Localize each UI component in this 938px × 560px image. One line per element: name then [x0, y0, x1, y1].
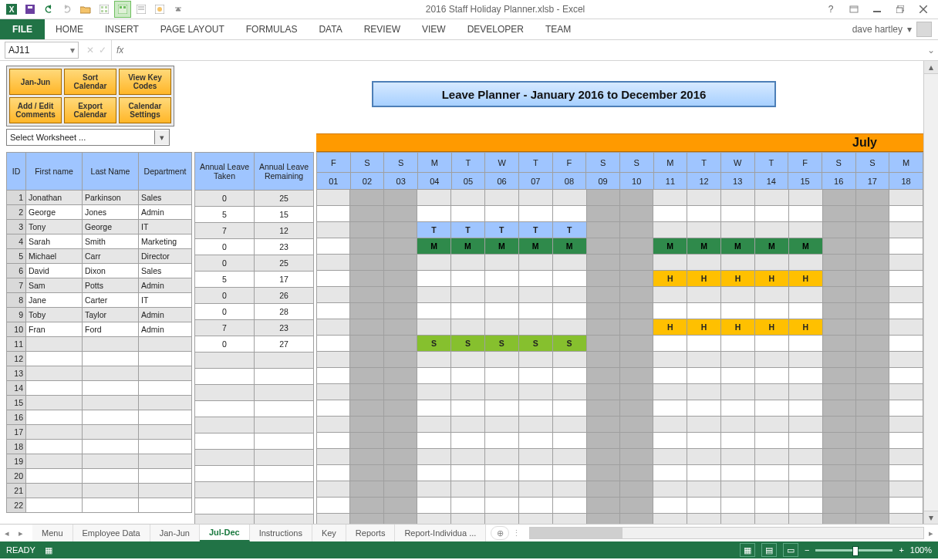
table-row[interactable]: 18	[7, 440, 192, 454]
schedule-cell[interactable]	[450, 400, 484, 417]
schedule-row[interactable]: HHHHH	[317, 319, 923, 336]
schedule-cell[interactable]	[856, 498, 889, 514]
schedule-cell[interactable]	[754, 222, 788, 238]
schedule-cell[interactable]	[889, 206, 923, 222]
schedule-cell[interactable]	[552, 465, 586, 481]
schedule-row[interactable]	[317, 465, 923, 481]
schedule-cell[interactable]	[350, 319, 383, 336]
schedule-cell[interactable]	[518, 417, 552, 433]
schedule-cell[interactable]	[889, 238, 923, 255]
table-row[interactable]: 515	[195, 207, 314, 223]
schedule-cell[interactable]	[350, 384, 383, 400]
schedule-cell[interactable]	[586, 238, 619, 255]
schedule-cell[interactable]	[788, 206, 822, 222]
schedule-row[interactable]	[317, 206, 923, 222]
schedule-cell[interactable]	[518, 287, 552, 303]
table-row[interactable]	[195, 450, 314, 466]
schedule-cell[interactable]	[552, 271, 586, 287]
schedule-cell[interactable]: S	[552, 336, 586, 352]
table-row[interactable]: 4SarahSmithMarketing	[7, 234, 192, 249]
schedule-cell[interactable]	[317, 433, 350, 449]
schedule-cell[interactable]	[518, 190, 552, 206]
schedule-cell[interactable]	[653, 481, 687, 498]
table-row[interactable]: 16	[7, 410, 192, 425]
schedule-cell[interactable]: H	[754, 319, 788, 336]
tab-scroll-right[interactable]: ▸	[14, 526, 28, 540]
schedule-cell[interactable]	[687, 287, 721, 303]
schedule-cell[interactable]	[687, 400, 721, 417]
ribbon-display-button[interactable]	[844, 2, 864, 16]
formula-input[interactable]	[128, 42, 924, 58]
schedule-cell[interactable]	[889, 271, 923, 287]
schedule-cell[interactable]	[822, 465, 855, 481]
schedule-cell[interactable]	[619, 368, 653, 384]
schedule-cell[interactable]	[721, 417, 755, 433]
normal-view-button[interactable]: ▦	[740, 543, 755, 557]
schedule-cell[interactable]	[586, 255, 619, 271]
schedule-cell[interactable]	[350, 352, 383, 368]
schedule-cell[interactable]	[552, 303, 586, 319]
schedule-cell[interactable]	[788, 368, 822, 384]
schedule-cell[interactable]	[856, 303, 889, 319]
calendar-settings-button[interactable]: Calendar Settings	[119, 97, 171, 123]
schedule-cell[interactable]	[350, 498, 383, 514]
schedule-cell[interactable]	[687, 481, 721, 498]
table-row[interactable]: 10FranFordAdmin	[7, 322, 192, 337]
schedule-cell[interactable]	[484, 498, 518, 514]
schedule-cell[interactable]	[450, 449, 484, 465]
tab-formulas[interactable]: FORMULAS	[235, 19, 309, 39]
schedule-cell[interactable]	[484, 255, 518, 271]
schedule-cell[interactable]	[856, 271, 889, 287]
vertical-scrollbar[interactable]: ▴ ▾	[923, 61, 938, 524]
view-key-codes-button[interactable]: View Key Codes	[119, 69, 171, 95]
schedule-cell[interactable]	[383, 514, 417, 525]
schedule-cell[interactable]	[856, 336, 889, 352]
schedule-cell[interactable]	[822, 255, 855, 271]
schedule-cell[interactable]	[586, 514, 619, 525]
schedule-cell[interactable]	[619, 222, 653, 238]
schedule-cell[interactable]	[822, 336, 855, 352]
schedule-cell[interactable]	[383, 222, 417, 238]
schedule-cell[interactable]	[788, 400, 822, 417]
schedule-cell[interactable]	[822, 352, 855, 368]
schedule-row[interactable]	[317, 417, 923, 433]
schedule-cell[interactable]	[552, 368, 586, 384]
schedule-cell[interactable]	[754, 449, 788, 465]
schedule-cell[interactable]	[788, 255, 822, 271]
table-row[interactable]: 712	[195, 223, 314, 239]
schedule-cell[interactable]	[350, 336, 383, 352]
schedule-cell[interactable]	[856, 417, 889, 433]
schedule-cell[interactable]	[687, 449, 721, 465]
schedule-cell[interactable]	[653, 417, 687, 433]
schedule-cell[interactable]	[822, 222, 855, 238]
horizontal-scrollbar[interactable]	[529, 527, 924, 539]
table-row[interactable]: 7SamPottsAdmin	[7, 278, 192, 293]
schedule-cell[interactable]	[417, 514, 451, 525]
schedule-row[interactable]	[317, 384, 923, 400]
schedule-cell[interactable]	[484, 400, 518, 417]
schedule-cell[interactable]	[856, 206, 889, 222]
schedule-cell[interactable]	[552, 287, 586, 303]
schedule-cell[interactable]	[754, 303, 788, 319]
schedule-cell[interactable]	[788, 190, 822, 206]
schedule-cell[interactable]	[450, 417, 484, 433]
schedule-cell[interactable]	[552, 319, 586, 336]
schedule-cell[interactable]	[518, 271, 552, 287]
schedule-cell[interactable]	[653, 287, 687, 303]
schedule-cell[interactable]	[586, 352, 619, 368]
schedule-cell[interactable]	[822, 190, 855, 206]
schedule-cell[interactable]	[721, 384, 755, 400]
schedule-cell[interactable]	[586, 190, 619, 206]
zoom-knob[interactable]	[852, 546, 859, 556]
schedule-cell[interactable]	[788, 514, 822, 525]
tab-data[interactable]: DATA	[308, 19, 353, 39]
schedule-cell[interactable]: M	[552, 238, 586, 255]
schedule-cell[interactable]	[856, 433, 889, 449]
schedule-cell[interactable]	[552, 498, 586, 514]
schedule-cell[interactable]	[317, 303, 350, 319]
schedule-cell[interactable]	[721, 222, 755, 238]
sheet-tab[interactable]: Menu	[32, 525, 73, 541]
schedule-cell[interactable]	[721, 303, 755, 319]
excel-icon[interactable]: X	[3, 1, 20, 18]
restore-button[interactable]	[890, 2, 910, 16]
